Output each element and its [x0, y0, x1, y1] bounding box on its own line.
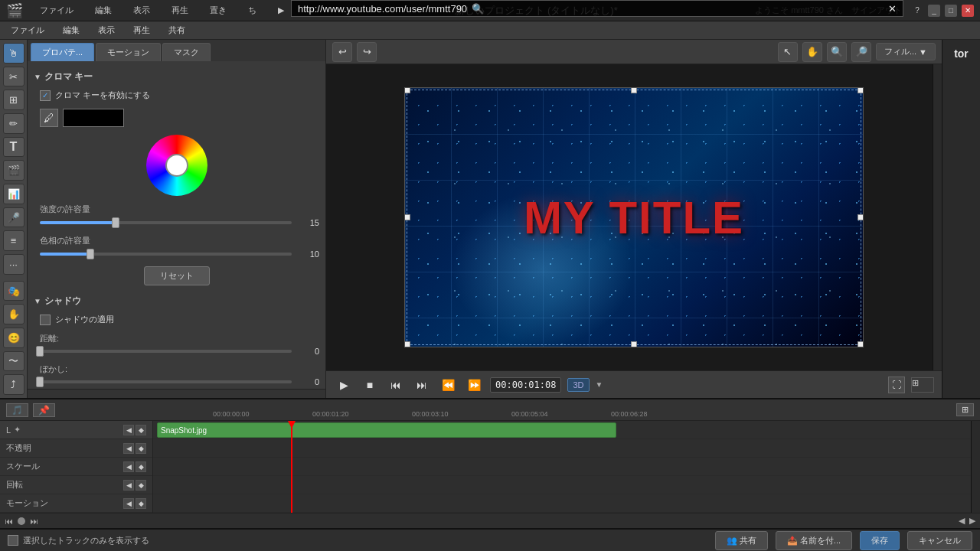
track-ctrl-s1[interactable]: ◀	[123, 461, 134, 472]
tool-subtitles[interactable]: ≡	[3, 230, 24, 251]
track-ctrl-pin[interactable]: ◆	[136, 425, 146, 435]
menu-run[interactable]: ▶	[273, 4, 289, 17]
timeline-dot-btn[interactable]	[18, 517, 25, 525]
export-btn[interactable]: 📤 名前を付...	[776, 531, 852, 550]
blur-track[interactable]	[40, 380, 292, 383]
menu-edit-main[interactable]: 編集	[55, 23, 87, 37]
mode-chevron[interactable]: ▼	[596, 380, 603, 389]
undo-btn[interactable]: ↩	[332, 42, 352, 62]
distance-track[interactable]	[40, 350, 292, 353]
fast-fwd-btn[interactable]: ⏩	[464, 375, 484, 395]
filter-btn[interactable]: フィル... ▼	[876, 43, 936, 60]
help-btn[interactable]: ?	[911, 5, 923, 17]
pan-tool[interactable]: ✋	[802, 42, 822, 62]
tool-fx[interactable]: 🎭	[3, 281, 24, 302]
menu-share-main[interactable]: 共有	[161, 23, 193, 37]
tool-more[interactable]: ···	[3, 254, 24, 275]
eyedropper-btn[interactable]: 🖊	[40, 109, 58, 127]
timeline-zoom-left[interactable]: ◀	[959, 516, 965, 526]
tool-transform[interactable]: ⊞	[3, 90, 24, 110]
close-btn[interactable]: ✕	[962, 5, 974, 17]
close-icon[interactable]: ✕	[888, 3, 897, 15]
timeline-pin-btn[interactable]: 📌	[33, 403, 55, 417]
select-tool[interactable]: ↖	[778, 42, 798, 62]
tool-mic[interactable]: 🎤	[3, 207, 24, 228]
tool-curve[interactable]: 〜	[3, 351, 24, 372]
color-wheel[interactable]	[146, 135, 207, 196]
track-ctrl-m1[interactable]: ◀	[123, 498, 134, 509]
tool-text[interactable]: T	[3, 137, 24, 158]
panel-scrollbar[interactable]	[28, 389, 325, 398]
tool-crop[interactable]: ✂	[3, 67, 24, 87]
tool-hand[interactable]: ✋	[3, 304, 24, 324]
timeline-home-btn[interactable]: ⏮	[5, 517, 13, 526]
intensity-track[interactable]	[40, 221, 292, 224]
color-swatch[interactable]	[63, 109, 124, 127]
zoom-out-btn[interactable]: 🔎	[851, 42, 871, 62]
tab-mask[interactable]: マスク	[162, 43, 211, 61]
track-label-scale: スケール ◀ ◆	[0, 458, 152, 476]
timecode[interactable]: 00:00:01:08	[490, 377, 561, 393]
prev-frame-btn[interactable]: ⏮	[386, 375, 406, 395]
menu-edit[interactable]: 編集	[90, 3, 116, 18]
timeline-content[interactable]: SnapShot.jpg	[153, 421, 980, 513]
intensity-thumb[interactable]	[112, 217, 119, 228]
tool-select[interactable]: 🖱	[3, 43, 24, 64]
maximize-btn[interactable]: □	[945, 5, 957, 17]
tool-pen[interactable]: ✏	[3, 113, 24, 134]
zoom-in-btn[interactable]: 🔍	[827, 42, 847, 62]
track-ctrl-kf1[interactable]: ◀	[123, 443, 134, 454]
fast-back-btn[interactable]: ⏪	[438, 375, 458, 395]
tool-face[interactable]: 😊	[3, 328, 24, 348]
track-ctrl-m2[interactable]: ◆	[136, 498, 146, 509]
tool-graph[interactable]: 📊	[3, 184, 24, 204]
redo-btn[interactable]: ↪	[357, 42, 377, 62]
panel-content[interactable]: ▼ クロマ キー クロマ キーを有効にする 🖊 強度の許容量	[28, 61, 325, 389]
timeline-fwd2-btn[interactable]: ⏭	[30, 517, 38, 526]
view-mode-btn[interactable]: ⊞	[911, 377, 934, 393]
menu-play[interactable]: 再生	[167, 3, 193, 18]
show-selected-checkbox[interactable]	[8, 535, 18, 546]
tool-path[interactable]: ⤴	[3, 374, 24, 395]
timeline-add-btn[interactable]: 🎵	[6, 403, 28, 417]
menu-share2[interactable]: ち	[243, 3, 261, 18]
distance-thumb[interactable]	[36, 346, 44, 357]
shadow-enable-checkbox[interactable]	[40, 315, 51, 325]
menu-file[interactable]: ファイル	[35, 3, 78, 18]
hue-track[interactable]	[40, 253, 292, 256]
track-ctrl-add[interactable]: ◀	[123, 425, 134, 435]
fullscreen-btn[interactable]: ⛶	[888, 377, 905, 393]
track-ctrl-kf2[interactable]: ◆	[136, 443, 146, 454]
preview-scrollbar-vertical[interactable]	[933, 64, 942, 370]
menu-play-main[interactable]: 再生	[126, 23, 158, 37]
reset-button[interactable]: リセット	[144, 266, 210, 285]
cancel-button[interactable]: キャンセル	[907, 531, 972, 550]
playhead[interactable]	[291, 421, 292, 513]
chroma-key-arrow[interactable]: ▼	[34, 73, 41, 81]
save-button[interactable]: 保存	[860, 531, 900, 550]
timeline-zoom-right[interactable]: ▶	[969, 516, 975, 526]
track-ctrl-r1[interactable]: ◀	[123, 480, 134, 491]
tab-properties[interactable]: プロパテ...	[31, 43, 94, 61]
play-btn[interactable]: ▶	[334, 375, 354, 395]
menu-view-main[interactable]: 表示	[90, 23, 122, 37]
blur-thumb[interactable]	[36, 377, 44, 387]
timeline-zoom-btn[interactable]: ⊞	[956, 403, 974, 416]
track-ctrl-s2[interactable]: ◆	[136, 461, 146, 472]
track-ctrl-r2[interactable]: ◆	[136, 480, 146, 491]
menu-file-main[interactable]: ファイル	[3, 23, 52, 37]
stop-btn[interactable]: ■	[360, 375, 380, 395]
menu-view[interactable]: 表示	[129, 3, 155, 18]
hue-thumb[interactable]	[87, 249, 94, 259]
clip-snapshot[interactable]: SnapShot.jpg	[157, 422, 616, 438]
mode-3d-btn[interactable]: 3D	[567, 378, 589, 392]
tab-motion[interactable]: モーション	[96, 43, 161, 61]
minimize-btn[interactable]: _	[928, 5, 940, 17]
menu-place[interactable]: 置き	[205, 3, 231, 18]
tool-title[interactable]: 🎬	[3, 160, 24, 181]
shadow-arrow[interactable]: ▼	[34, 297, 41, 305]
next-frame-btn[interactable]: ⏭	[412, 375, 432, 395]
timeline-scrollbar-v[interactable]	[971, 421, 980, 513]
chroma-enable-checkbox[interactable]	[40, 90, 51, 101]
share-button[interactable]: 👥 共有	[715, 531, 768, 550]
